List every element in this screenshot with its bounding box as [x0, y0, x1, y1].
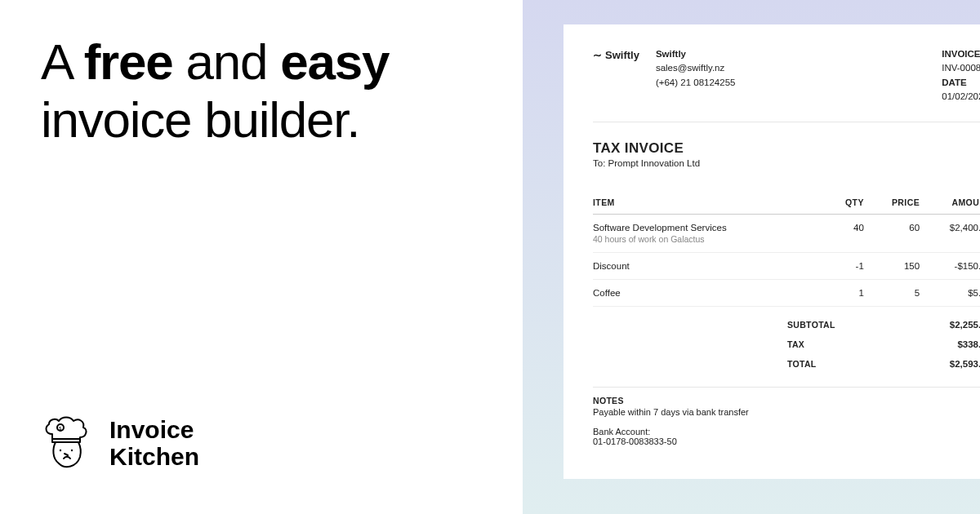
- line-items-table: ITEM QTY PRICE AMOUNT Software Developme…: [593, 197, 980, 307]
- headline-text: invoice builder.: [41, 91, 359, 148]
- preview-panel: ∼ Swiftly Swiftly sales@swiftly.nz (+64)…: [523, 0, 980, 514]
- cell-item: Discount: [593, 253, 816, 280]
- company-name: Swiftly: [656, 47, 736, 61]
- cell-amount: $2,400.00: [920, 215, 980, 253]
- company-logo: ∼ Swiftly: [593, 49, 639, 61]
- invoice-meta: INVOICE # INV-000882 DATE 01/02/2024: [942, 47, 980, 104]
- col-header-amount: AMOUNT: [920, 197, 980, 215]
- notes-text: Payable within 7 days via bank transfer: [593, 407, 980, 417]
- cell-price: 60: [864, 215, 920, 253]
- company-logo-text: Swiftly: [605, 49, 639, 61]
- brand-row: $ Invoice Kitchen: [41, 413, 482, 473]
- invoice-number: INV-000882: [942, 61, 980, 75]
- totals-block: SUBTOTAL $2,255.00 TAX $338.25 TOTAL $2,…: [593, 315, 980, 374]
- tilde-icon: ∼: [593, 49, 602, 61]
- invoice-title-block: TAX INVOICE To: Prompt Innovation Ltd: [593, 140, 980, 168]
- cell-item: Software Development Services40 hours of…: [593, 215, 816, 253]
- cell-qty: -1: [816, 253, 864, 280]
- bank-number: 01-0178-0083833-50: [593, 436, 677, 446]
- invoice-title: TAX INVOICE: [593, 140, 980, 157]
- total-row: TOTAL $2,593.25: [593, 354, 980, 374]
- cell-qty: 40: [816, 215, 864, 253]
- invoice-date: 01/02/2024: [942, 90, 980, 104]
- table-row: Software Development Services40 hours of…: [593, 215, 980, 253]
- invoice-preview: ∼ Swiftly Swiftly sales@swiftly.nz (+64)…: [564, 24, 980, 479]
- cell-amount: -$150.00: [920, 253, 980, 280]
- total-label: TOTAL: [787, 359, 885, 369]
- headline-bold-easy: easy: [280, 33, 389, 90]
- to-prefix: To:: [593, 158, 608, 168]
- bank-info: Bank Account: 01-0178-0083833-50: [593, 427, 980, 446]
- bank-label: Bank Account:: [593, 427, 650, 436]
- company-details: Swiftly sales@swiftly.nz (+64) 21 081242…: [656, 47, 736, 90]
- chef-logo-icon: $: [41, 413, 95, 473]
- tax-value: $338.25: [918, 339, 980, 349]
- invoice-header: ∼ Swiftly Swiftly sales@swiftly.nz (+64)…: [593, 47, 980, 122]
- brand-name-line: Invoice: [109, 416, 199, 443]
- item-sub: 40 hours of work on Galactus: [593, 234, 816, 244]
- svg-point-3: [60, 450, 61, 451]
- cell-price: 5: [864, 280, 920, 307]
- marketing-panel: A free and easy invoice builder. $ Invoi…: [0, 0, 523, 514]
- col-header-item: ITEM: [593, 197, 816, 215]
- total-value: $2,593.25: [918, 359, 980, 369]
- brand-name-line: Kitchen: [109, 443, 199, 470]
- headline-text: A: [41, 33, 84, 90]
- invoice-to: To: Prompt Innovation Ltd: [593, 158, 980, 168]
- cell-amount: $5.00: [920, 280, 980, 307]
- to-name: Prompt Innovation Ltd: [608, 158, 701, 168]
- cell-price: 150: [864, 253, 920, 280]
- tax-label: TAX: [787, 339, 885, 349]
- table-row: Discount-1150-$150.00: [593, 253, 980, 280]
- subtotal-value: $2,255.00: [918, 320, 980, 330]
- svg-point-4: [71, 450, 73, 451]
- notes-label: NOTES: [593, 396, 980, 405]
- subtotal-label: SUBTOTAL: [787, 320, 885, 330]
- company-phone: (+64) 21 08124255: [656, 76, 736, 90]
- col-header-qty: QTY: [816, 197, 864, 215]
- cell-item: Coffee: [593, 280, 816, 307]
- headline: A free and easy invoice builder.: [41, 33, 482, 149]
- invoice-from: ∼ Swiftly Swiftly sales@swiftly.nz (+64)…: [593, 47, 735, 104]
- tax-row: TAX $338.25: [593, 335, 980, 354]
- subtotal-row: SUBTOTAL $2,255.00: [593, 315, 980, 335]
- company-email: sales@swiftly.nz: [656, 61, 736, 75]
- notes-block: NOTES Payable within 7 days via bank tra…: [593, 387, 980, 446]
- col-header-price: PRICE: [864, 197, 920, 215]
- cell-qty: 1: [816, 280, 864, 307]
- table-row: Coffee15$5.00: [593, 280, 980, 307]
- headline-bold-free: free: [84, 33, 173, 90]
- invoice-date-label: DATE: [942, 76, 980, 90]
- headline-text: and: [172, 33, 280, 90]
- brand-name: Invoice Kitchen: [109, 416, 199, 470]
- invoice-number-label: INVOICE #: [942, 47, 980, 61]
